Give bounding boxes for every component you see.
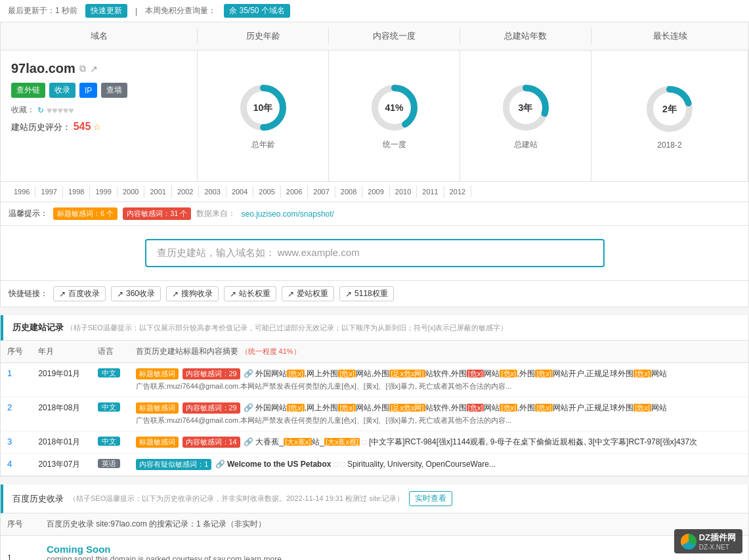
longest-donut: 2年 xyxy=(643,83,696,135)
consistency-donut: 41% xyxy=(368,81,421,134)
week-quota-label: 本周免积分查询量： xyxy=(145,5,216,16)
row-lang: 中文 xyxy=(91,397,129,431)
link-icon-5: ↗ xyxy=(288,290,294,299)
baidu-row-no: 1 xyxy=(1,536,40,561)
check-links-button[interactable]: 查外链 xyxy=(11,83,45,98)
year-2002: 2002 xyxy=(172,186,199,198)
row-content: 标题敏感词 内容敏感词：29 🔗 外国网站[危x],网上外围[危x]网站,外围[… xyxy=(129,363,748,397)
age-label: 总年龄 xyxy=(251,139,275,150)
link-icon-6: ↗ xyxy=(345,290,352,299)
top-bar: 最后更新于：1 秒前 快速更新 | 本周免积分查询量： 余 35/50 个域名 xyxy=(0,0,749,22)
refresh-icon[interactable]: ↻ xyxy=(37,106,44,115)
year-2005: 2005 xyxy=(253,186,280,198)
row1-content: 外国网站[危x],网上外围[危x]网站,外围[足x危x网]站软件,外围[危x]网… xyxy=(255,369,667,378)
row2-content: 外国网站[危x],网上外围[危x]网站,外围[足x危x网]站软件,外围[危x]网… xyxy=(255,403,667,412)
longest-label: 2018-2 xyxy=(657,140,681,150)
col-longest: 最长连续 xyxy=(591,28,748,45)
year-2008: 2008 xyxy=(335,186,362,198)
year-1999: 1999 xyxy=(90,186,117,198)
row2-desc: 广告联系:muzi7644@gmail.com.本网站严禁发表任何类型的儿童[色… xyxy=(136,416,742,425)
search-placeholder: 查历史建站，输入域名如： www.example.com xyxy=(157,247,360,258)
row-year: 2019年01月 xyxy=(32,363,91,397)
baidu-title: 百度历史收录 xyxy=(12,493,64,505)
col-domain: 域名 xyxy=(1,28,198,45)
link-icon-4: ↗ xyxy=(230,290,236,299)
table-row: 4 2013年07月 英语 内容有疑似敏感词：1 🔗 Welcome to th… xyxy=(1,454,748,476)
warning-bar: 温馨提示： 标题敏感词：6 个 内容敏感词：31 个 数据来自： seo.juz… xyxy=(0,202,749,226)
year-1997: 1997 xyxy=(35,186,62,198)
title-sensitive-tag: 标题敏感词：6 个 xyxy=(53,207,118,220)
star-icon[interactable]: ☆ xyxy=(93,122,101,132)
row-no: 4 xyxy=(1,454,32,476)
year-2004: 2004 xyxy=(226,186,253,198)
content-sensitive-tag: 内容敏感词：31 个 xyxy=(123,207,191,220)
divider: | xyxy=(135,7,137,16)
check-penalty-button[interactable]: 查墙 xyxy=(101,83,127,98)
timeline-bar: 1996 1997 1998 1999 2000 2001 2002 2003 … xyxy=(0,182,749,202)
quick-update-button[interactable]: 快速更新 xyxy=(85,4,127,18)
total-years-value: 3年 xyxy=(519,102,533,114)
collect-label: 收藏： xyxy=(11,104,35,116)
stars[interactable]: ♥♥♥♥♥ xyxy=(47,105,74,116)
row-lang: 英语 xyxy=(91,454,129,476)
link-icon: ↗ xyxy=(59,290,66,299)
dz-logo: DZ插件网 DZ-X.NET xyxy=(674,529,742,553)
realtime-button[interactable]: 实时查看 xyxy=(409,491,452,506)
score-row: 建站历史评分： 545 ☆ xyxy=(11,121,186,133)
col-total-years: 总建站年数 xyxy=(460,28,591,45)
year-2000: 2000 xyxy=(118,186,144,198)
baidu-table: 序号 百度历史收录 site:97lao.com 的搜索记录：1 条记录（非实时… xyxy=(1,513,748,560)
age-donut: 10年 xyxy=(237,81,289,134)
table-row: 2 2018年08月 中文 标题敏感词 内容敏感词：29 🔗 外国网站[危x],… xyxy=(1,397,748,431)
row4-content: Spirituality, University, OpenCourseWare… xyxy=(347,460,496,469)
year-2003: 2003 xyxy=(199,186,226,198)
year-2012: 2012 xyxy=(444,186,471,198)
content-sens-tag: 内容敏感词：29 xyxy=(182,368,240,379)
col-consistency: 内容统一度 xyxy=(329,28,460,45)
baidu-hint: （桔子SEO温馨提示：以下为历史收录的记录，并非实时收录数据。2022-11-1… xyxy=(69,494,404,504)
row-year: 2018年08月 xyxy=(32,397,91,431)
row3-content: 大香蕉_[大x蕉x]站_[大x蕉x视] xyxy=(255,437,360,446)
year-1998: 1998 xyxy=(63,186,90,198)
row-content: 标题敏感词 内容敏感词：14 🔗 大香蕉_[大x蕉x]站_[大x蕉x视] □ [… xyxy=(129,431,748,454)
quick-link-sogou[interactable]: ↗ 搜狗收录 xyxy=(166,286,219,301)
baidu-table-row: 1 Coming Soon coming soon! this domain i… xyxy=(1,536,748,561)
quick-link-aizhan-weight[interactable]: ↗ 爱站权重 xyxy=(282,286,334,301)
age-value: 10年 xyxy=(253,102,273,114)
table-row: 3 2018年01月 中文 标题敏感词 内容敏感词：14 🔗 大香蕉_[大x蕉x… xyxy=(1,431,748,454)
domain-row: 97lao.com ⧉ ↗ 查外链 收录 IP 查墙 收藏： ↻ ♥♥♥♥♥ 建… xyxy=(0,51,749,182)
source-prefix: 数据来自： xyxy=(196,208,236,219)
row-lang: 中文 xyxy=(91,431,129,454)
col-history-age: 历史年龄 xyxy=(198,28,329,45)
year-2001: 2001 xyxy=(144,186,171,198)
quick-link-webmaster-weight[interactable]: ↗ 站长权重 xyxy=(224,286,276,301)
external-link-icon[interactable]: ↗ xyxy=(90,64,98,74)
search-input-wrap[interactable]: 查历史建站，输入域名如： www.example.com xyxy=(145,239,605,267)
check-index-button[interactable]: 收录 xyxy=(49,83,75,98)
collect-row: 收藏： ↻ ♥♥♥♥♥ xyxy=(11,104,186,116)
row-content: 内容有疑似敏感词：1 🔗 Welcome to the US Petabox □… xyxy=(129,454,748,476)
title-sens-tag: 标题敏感词 xyxy=(136,368,179,379)
row1-desc: 广告联系:muzi7644@gmail.com.本网站严禁发表任何类型的儿童[色… xyxy=(136,381,742,391)
year-1996: 1996 xyxy=(9,186,35,198)
records-table: 序号 年月 语言 首页历史建站标题和内容摘要 （统一程度 41%） 1 2019… xyxy=(1,341,748,476)
col-year-header: 年月 xyxy=(32,341,91,363)
col-summary-header: 首页历史建站标题和内容摘要 （统一程度 41%） xyxy=(129,341,748,363)
coming-soon-title[interactable]: Coming Soon xyxy=(47,544,742,555)
consistency-chart-cell: 41% 统一度 xyxy=(329,51,460,181)
source-url[interactable]: seo.juziseo.com/snapshot/ xyxy=(241,209,333,219)
year-2006: 2006 xyxy=(281,186,308,198)
copy-icon[interactable]: ⧉ xyxy=(79,63,86,74)
row-year: 2018年01月 xyxy=(32,431,91,454)
dz-icon xyxy=(681,534,696,549)
last-update-text: 最后更新于：1 秒前 xyxy=(8,5,77,16)
quick-link-5118-weight[interactable]: ↗ 5118权重 xyxy=(339,286,394,301)
rating-value: 545 xyxy=(74,121,91,132)
quick-link-baidu[interactable]: ↗ 百度收录 xyxy=(53,286,106,301)
check-ip-button[interactable]: IP xyxy=(79,83,97,98)
baidu-col-no: 序号 xyxy=(1,513,40,536)
baidu-col-content: 百度历史收录 site:97lao.com 的搜索记录：1 条记录（非实时） xyxy=(40,513,748,536)
rating-label: 建站历史评分： xyxy=(11,122,71,132)
baidu-section: 百度历史收录 （桔子SEO温馨提示：以下为历史收录的记录，并非实时收录数据。20… xyxy=(0,485,749,560)
quick-link-360[interactable]: ↗ 360收录 xyxy=(111,286,161,301)
